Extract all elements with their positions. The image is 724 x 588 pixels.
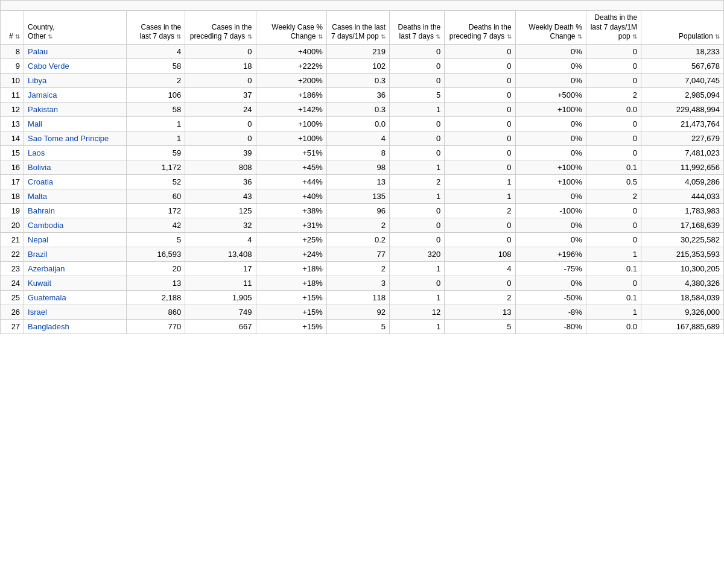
country-cell[interactable]: Kuwait [24,276,126,290]
country-cell[interactable]: Croatia [24,174,126,189]
cell-casesPrev: 0 [185,44,256,58]
country-cell[interactable]: Israel [24,305,126,319]
country-link[interactable]: Azerbaijan [28,264,65,273]
sort-icon-weeklyDeath[interactable]: ⇅ [577,33,582,40]
col-header-deaths7m[interactable]: Deaths in the last 7 days/1M pop ⇅ [586,11,641,45]
table-row: 22Brazil16,59313,408+24%77320108+196%121… [1,247,724,261]
col-header-deaths7[interactable]: Deaths in the last 7 days ⇅ [390,11,445,45]
row-num: 16 [1,160,24,174]
country-cell[interactable]: Cabo Verde [24,58,126,73]
sort-icon-cases7[interactable]: ⇅ [176,33,181,40]
cell-deaths7m: 0 [586,116,641,131]
country-link[interactable]: Palau [28,47,48,56]
cell-deaths7m: 0 [586,276,641,290]
country-cell[interactable]: Libya [24,73,126,87]
cell-deathsPrev: 0 [445,131,515,145]
cell-weeklyCase: +38% [256,203,326,218]
col-header-cases7m[interactable]: Cases in the last 7 days/1M pop ⇅ [326,11,389,45]
cell-population: 1,783,983 [641,203,724,218]
col-header-cases7[interactable]: Cases in the last 7 days ⇅ [126,11,185,45]
country-link[interactable]: Bolivia [28,163,51,172]
cell-deaths7: 320 [390,247,445,261]
cell-cases7m: 0.2 [326,232,389,247]
sort-icon-casesPrev[interactable]: ⇅ [247,33,252,40]
col-header-casesPrev[interactable]: Cases in the preceding 7 days ⇅ [185,11,256,45]
col-header-population[interactable]: Population ⇅ [641,11,724,45]
cell-cases7: 5 [126,232,185,247]
country-link[interactable]: Bangladesh [28,322,69,331]
cell-casesPrev: 24 [185,102,256,116]
cell-cases7: 1 [126,116,185,131]
country-link[interactable]: Jamaica [28,90,57,100]
country-cell[interactable]: Bahrain [24,203,126,218]
country-cell[interactable]: Bolivia [24,160,126,174]
col-header-country[interactable]: Country,Other ⇅ [24,11,126,45]
country-cell[interactable]: Bangladesh [24,319,126,334]
country-cell[interactable]: Malta [24,189,126,203]
country-link[interactable]: Kuwait [28,279,51,288]
country-link[interactable]: Libya [28,76,46,85]
cell-casesPrev: 667 [185,319,256,334]
country-link[interactable]: Cambodia [28,221,63,230]
country-cell[interactable]: Pakistan [24,102,126,116]
cell-deaths7m: 0.1 [586,261,641,276]
country-link[interactable]: Mali [28,119,42,128]
cell-deaths7m: 1 [586,305,641,319]
cell-cases7: 1 [126,131,185,145]
cell-casesPrev: 11 [185,276,256,290]
country-link[interactable]: Malta [28,192,47,201]
table-row: 25Guatemala2,1881,905+15%11812-50%0.118,… [1,290,724,305]
country-link[interactable]: Israel [28,308,47,317]
cell-weeklyDeath: 0% [515,276,586,290]
country-cell[interactable]: Nepal [24,232,126,247]
country-cell[interactable]: Mali [24,116,126,131]
cell-casesPrev: 36 [185,174,256,189]
sort-icon-population[interactable]: ⇅ [715,33,720,40]
cell-casesPrev: 13,408 [185,247,256,261]
sort-icon-deaths7[interactable]: ⇅ [436,33,440,40]
cell-cases7m: 3 [326,276,389,290]
sort-icon-deaths7m[interactable]: ⇅ [632,33,637,40]
country-link[interactable]: Nepal [28,235,48,244]
country-cell[interactable]: Azerbaijan [24,261,126,276]
sort-icon-num[interactable]: ⇅ [15,33,20,40]
country-link[interactable]: Croatia [28,177,53,186]
row-num: 13 [1,116,24,131]
sort-icon-deathsPrev[interactable]: ⇅ [507,33,512,40]
country-cell[interactable]: Sao Tome and Principe [24,131,126,145]
country-cell[interactable]: Palau [24,44,126,58]
cell-deaths7m: 0.5 [586,174,641,189]
col-header-deathsPrev[interactable]: Deaths in the preceding 7 days ⇅ [445,11,515,45]
cell-deaths7: 0 [390,58,445,73]
cell-weeklyDeath: -75% [515,261,586,276]
sort-icon-weeklyCase[interactable]: ⇅ [318,33,323,40]
col-header-num[interactable]: # ⇅ [1,11,24,45]
country-link[interactable]: Cabo Verde [28,62,69,71]
table-row: 18Malta6043+40%135110%2444,033 [1,189,724,203]
cell-weeklyDeath: 0% [515,116,586,131]
cell-cases7: 42 [126,218,185,232]
sort-icon-country[interactable]: ⇅ [48,33,52,40]
cell-population: 215,353,593 [641,247,724,261]
country-link[interactable]: Brazil [28,250,48,259]
cell-cases7m: 13 [326,174,389,189]
cell-cases7: 106 [126,87,185,102]
table-row: 21Nepal54+25%0.2000%030,225,582 [1,232,724,247]
cell-cases7m: 219 [326,44,389,58]
country-cell[interactable]: Guatemala [24,290,126,305]
country-link[interactable]: Sao Tome and Principe [28,134,109,143]
country-cell[interactable]: Cambodia [24,218,126,232]
country-link[interactable]: Guatemala [28,293,66,302]
country-cell[interactable]: Jamaica [24,87,126,102]
cell-deaths7: 0 [390,116,445,131]
country-cell[interactable]: Laos [24,145,126,160]
country-link[interactable]: Pakistan [28,105,58,114]
country-cell[interactable]: Brazil [24,247,126,261]
cell-weeklyCase: +400% [256,44,326,58]
col-header-weeklyDeath[interactable]: Weekly Death % Change ⇅ [515,11,586,45]
col-header-weeklyCase[interactable]: Weekly Case % Change ⇅ [256,11,326,45]
sort-icon-cases7m[interactable]: ⇅ [381,33,386,40]
country-link[interactable]: Laos [28,148,45,157]
cell-cases7: 60 [126,189,185,203]
country-link[interactable]: Bahrain [28,206,55,215]
